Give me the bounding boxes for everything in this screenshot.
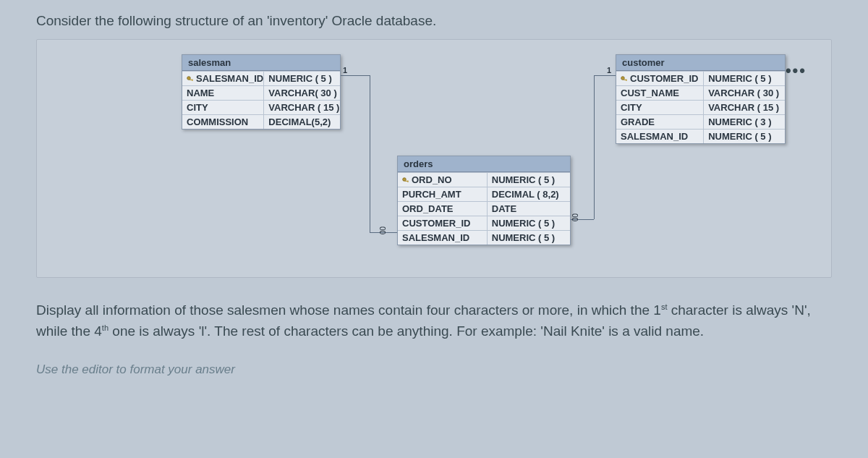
table-customer-title: customer <box>616 55 785 71</box>
col-name: ORD_DATE <box>398 202 488 216</box>
cardinality-one: 1 <box>607 66 611 75</box>
col-type: NUMERIC ( 5 ) <box>704 130 785 143</box>
table-row: CUSTOMER_ID NUMERIC ( 5 ) <box>398 216 570 230</box>
table-row: GRADE NUMERIC ( 3 ) <box>616 114 785 129</box>
table-row: PURCH_AMT DECIMAL ( 8,2) <box>398 187 570 201</box>
table-row: SALESMAN_ID NUMERIC ( 5 ) <box>398 230 570 245</box>
col-type: VARCHAR( 30 ) <box>264 86 340 100</box>
connector-line <box>370 75 370 232</box>
table-row: ORD_NO NUMERIC ( 5 ) <box>398 172 570 187</box>
col-type: NUMERIC ( 5 ) <box>704 72 785 85</box>
table-row: CITY VARCHAR ( 15 ) <box>616 100 785 114</box>
col-type: VARCHAR ( 15 ) <box>264 101 340 114</box>
key-icon <box>187 76 194 83</box>
col-type: DECIMAL(5,2) <box>264 115 340 129</box>
svg-point-6 <box>621 76 625 80</box>
table-orders: orders ORD_NO NUMERIC ( 5 ) PURCH_AMT DE… <box>397 156 571 245</box>
connector-line <box>594 75 616 76</box>
col-name: ORD_NO <box>412 174 452 185</box>
er-diagram: ••• salesman SALESMAN_ID NUMERIC ( 5 ) N… <box>36 39 832 278</box>
table-customer: customer CUSTOMER_ID NUMERIC ( 5 ) CUST_… <box>616 54 786 144</box>
cardinality-many: 00 <box>571 213 579 221</box>
col-name: GRADE <box>616 115 704 129</box>
connector-line <box>341 75 370 76</box>
key-icon <box>402 177 409 185</box>
table-row: SALESMAN_ID NUMERIC ( 5 ) <box>616 129 785 143</box>
col-name: CUSTOMER_ID <box>630 73 698 84</box>
col-name: COMMISSION <box>182 115 264 129</box>
connector-line <box>594 75 595 219</box>
question-text: Display all information of those salesme… <box>36 300 832 342</box>
col-name: CUST_NAME <box>616 86 704 100</box>
svg-rect-8 <box>626 79 626 80</box>
table-row: CUSTOMER_ID NUMERIC ( 5 ) <box>616 71 785 85</box>
q-sup: th <box>102 323 109 332</box>
col-name: CITY <box>182 101 264 114</box>
table-salesman: salesman SALESMAN_ID NUMERIC ( 5 ) NAME … <box>182 54 341 130</box>
svg-rect-2 <box>192 79 192 80</box>
more-icon[interactable]: ••• <box>786 62 807 80</box>
col-type: DATE <box>488 202 570 216</box>
table-orders-title: orders <box>398 156 570 172</box>
key-icon <box>621 76 628 83</box>
svg-point-0 <box>187 76 191 80</box>
table-row: CUST_NAME VARCHAR ( 30 ) <box>616 85 785 100</box>
intro-text: Consider the following structure of an '… <box>36 13 832 29</box>
col-name: SALESMAN_ID <box>398 231 488 245</box>
svg-point-3 <box>403 177 407 181</box>
table-row: NAME VARCHAR( 30 ) <box>182 85 340 100</box>
col-type: NUMERIC ( 5 ) <box>488 173 570 187</box>
table-salesman-title: salesman <box>182 55 340 71</box>
col-name: SALESMAN_ID <box>196 73 263 84</box>
q-part: one is always 'l'. The rest of character… <box>109 323 704 339</box>
col-type: VARCHAR ( 15 ) <box>704 101 785 114</box>
table-row: CITY VARCHAR ( 15 ) <box>182 100 340 114</box>
col-type: VARCHAR ( 30 ) <box>704 86 785 100</box>
svg-rect-5 <box>407 180 408 182</box>
col-name: NAME <box>182 86 264 100</box>
col-type: DECIMAL ( 8,2) <box>488 187 570 201</box>
cardinality-one: 1 <box>343 66 347 75</box>
col-name: CITY <box>616 101 704 114</box>
table-row: COMMISSION DECIMAL(5,2) <box>182 114 340 129</box>
q-part: Display all information of those salesme… <box>36 302 661 318</box>
col-name: PURCH_AMT <box>398 187 488 201</box>
editor-hint[interactable]: Use the editor to format your answer <box>36 362 832 377</box>
cardinality-many: 00 <box>378 226 386 234</box>
col-type: NUMERIC ( 5 ) <box>488 231 570 245</box>
table-row: ORD_DATE DATE <box>398 201 570 216</box>
col-type: NUMERIC ( 5 ) <box>488 216 570 230</box>
col-name: SALESMAN_ID <box>616 130 704 143</box>
col-name: CUSTOMER_ID <box>398 216 488 230</box>
table-row: SALESMAN_ID NUMERIC ( 5 ) <box>182 71 340 85</box>
col-type: NUMERIC ( 3 ) <box>704 115 785 129</box>
col-type: NUMERIC ( 5 ) <box>264 72 340 85</box>
